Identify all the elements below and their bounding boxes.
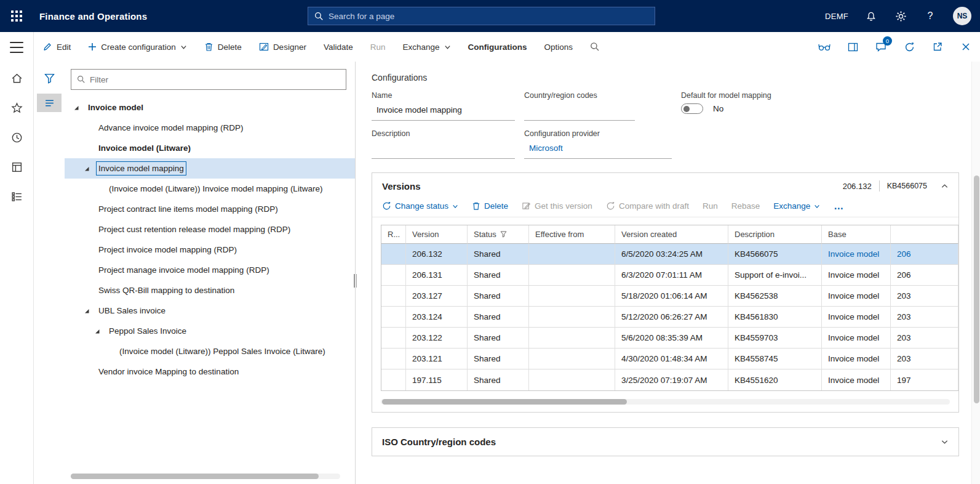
- nav-expand-button[interactable]: [10, 42, 23, 53]
- tree-item[interactable]: Peppol Sales Invoice: [65, 321, 355, 341]
- app-launcher-button[interactable]: [0, 0, 33, 32]
- col-status[interactable]: Status: [468, 225, 529, 244]
- scrollbar-thumb[interactable]: [974, 175, 979, 403]
- versions-collapse-button[interactable]: [941, 182, 949, 190]
- nav-modules-button[interactable]: [10, 190, 23, 203]
- default-mapping-toggle[interactable]: [681, 103, 703, 114]
- tree-item[interactable]: Project cust retention release model map…: [65, 219, 355, 240]
- actionbar-search-button[interactable]: [590, 42, 600, 52]
- base-cell[interactable]: Invoice model: [822, 265, 891, 286]
- more-options-button[interactable]: …: [834, 203, 844, 209]
- base-cell[interactable]: Invoice model: [822, 328, 891, 349]
- versions-toolbar: Change status Delete Get this version: [372, 199, 958, 217]
- nav-recent-button[interactable]: [10, 131, 23, 144]
- base-cell[interactable]: Invoice model: [822, 369, 891, 390]
- delete-button[interactable]: Delete: [204, 42, 242, 52]
- create-configuration-button[interactable]: Create configuration: [88, 42, 187, 52]
- company-picker[interactable]: DEMF: [825, 12, 848, 21]
- page-search-box[interactable]: [308, 7, 655, 25]
- configurations-tab[interactable]: Configurations: [468, 42, 527, 52]
- col-base-version[interactable]: [891, 225, 958, 244]
- close-page-button[interactable]: [959, 40, 973, 54]
- tree-item[interactable]: Project invoice model mapping (RDP): [65, 240, 355, 260]
- tree-item[interactable]: Invoice model mapping: [65, 158, 355, 179]
- col-base[interactable]: Base: [822, 225, 891, 244]
- accessibility-checker-button[interactable]: [818, 40, 831, 54]
- run-button[interactable]: Run: [370, 42, 386, 52]
- col-version[interactable]: Version: [406, 225, 468, 244]
- rebase-button[interactable]: Rebase: [731, 201, 760, 211]
- version-delete-button[interactable]: Delete: [472, 201, 508, 211]
- expanded-triangle-icon[interactable]: [84, 308, 98, 314]
- name-value[interactable]: Invoice model mapping: [372, 103, 515, 121]
- settings-button[interactable]: [894, 9, 907, 23]
- tree-item[interactable]: (Invoice model (Litware)) Invoice model …: [65, 179, 355, 199]
- tree-filter-input[interactable]: [90, 75, 340, 84]
- description-value[interactable]: [372, 142, 515, 159]
- tree-item[interactable]: Advance invoice model mapping (RDP): [65, 118, 355, 138]
- change-status-button[interactable]: Change status: [382, 201, 458, 211]
- col-version-created[interactable]: Version created: [615, 225, 728, 244]
- page-search-input[interactable]: [329, 12, 648, 21]
- version-exchange-button[interactable]: Exchange: [773, 201, 820, 211]
- col-description[interactable]: Description: [728, 225, 822, 244]
- version-row[interactable]: 206.132Shared6/5/2020 03:24:25 AMKB45660…: [381, 244, 958, 265]
- col-effective-from[interactable]: Effective from: [529, 225, 615, 244]
- expanded-triangle-icon[interactable]: [84, 166, 98, 172]
- edit-button[interactable]: Edit: [42, 42, 71, 52]
- scrollbar-thumb[interactable]: [382, 399, 627, 405]
- tree-filter-button[interactable]: [37, 69, 62, 87]
- options-tab[interactable]: Options: [544, 42, 573, 52]
- notifications-button[interactable]: [864, 9, 878, 23]
- tree-item[interactable]: Swiss QR-Bill mapping to destination: [65, 280, 355, 300]
- base-cell[interactable]: Invoice model: [822, 349, 891, 369]
- tree-filter-box[interactable]: [71, 69, 346, 90]
- version-row[interactable]: 197.115Shared3/25/2020 07:19:07 AMKB4551…: [381, 369, 958, 390]
- tree-horizontal-scrollbar[interactable]: [71, 474, 340, 479]
- task-panel-button[interactable]: [846, 40, 859, 54]
- tree-item[interactable]: Vendor invoice Mapping to destination: [65, 361, 355, 382]
- splitter-handle[interactable]: [353, 274, 357, 288]
- tree-view-toggle-button[interactable]: [37, 94, 62, 112]
- version-row[interactable]: 203.127Shared5/18/2020 01:06:14 AMKB4562…: [381, 286, 958, 307]
- country-codes-value[interactable]: [524, 103, 635, 121]
- messages-button[interactable]: 0: [874, 40, 888, 54]
- tree-item[interactable]: Invoice model: [65, 97, 355, 118]
- tree-item[interactable]: Project contract line items model mappin…: [65, 199, 355, 219]
- scrollbar-thumb[interactable]: [71, 474, 319, 479]
- page-vertical-scrollbar[interactable]: [971, 62, 980, 484]
- version-row[interactable]: 203.122Shared5/6/2020 08:35:39 AMKB45597…: [381, 328, 958, 349]
- refresh-button[interactable]: [902, 40, 916, 54]
- iso-card-header[interactable]: ISO Country/region codes: [372, 428, 958, 456]
- validate-button[interactable]: Validate: [324, 42, 353, 52]
- version-run-button[interactable]: Run: [703, 201, 718, 211]
- col-row-selector[interactable]: R...: [381, 225, 406, 244]
- tree-item[interactable]: UBL Sales invoice: [65, 300, 355, 321]
- user-avatar[interactable]: NS: [953, 7, 971, 25]
- iso-expand-button[interactable]: [941, 438, 949, 446]
- nav-home-button[interactable]: [10, 71, 23, 85]
- expanded-triangle-icon[interactable]: [73, 105, 88, 111]
- base-cell[interactable]: Invoice model: [822, 307, 891, 328]
- versions-horizontal-scrollbar[interactable]: [381, 399, 950, 405]
- tree-item[interactable]: Invoice model (Litware): [65, 138, 355, 158]
- open-in-new-window-button[interactable]: [931, 40, 944, 54]
- provider-value-link[interactable]: Microsoft: [524, 142, 672, 159]
- tree: Invoice modelAdvance invoice model mappi…: [65, 97, 355, 382]
- help-button[interactable]: ?: [923, 9, 937, 23]
- action-bar: Edit Create configuration Delete Designe…: [34, 32, 980, 62]
- tree-item[interactable]: Project manage invoice model mapping (RD…: [65, 260, 355, 280]
- base-cell[interactable]: Invoice model: [822, 286, 891, 307]
- version-row[interactable]: 203.121Shared4/30/2020 01:48:34 AMKB4558…: [381, 349, 958, 369]
- designer-button[interactable]: Designer: [259, 42, 306, 52]
- get-this-version-button[interactable]: Get this version: [522, 201, 592, 211]
- nav-workspaces-button[interactable]: [10, 160, 23, 174]
- tree-item[interactable]: (Invoice model (Litware)) Peppol Sales I…: [65, 341, 355, 361]
- base-cell[interactable]: Invoice model: [822, 244, 891, 265]
- compare-with-draft-button[interactable]: Compare with draft: [606, 201, 689, 211]
- nav-favorites-button[interactable]: [10, 101, 23, 115]
- version-row[interactable]: 206.131Shared6/3/2020 07:01:11 AMSupport…: [381, 265, 958, 286]
- exchange-menu-button[interactable]: Exchange: [402, 42, 450, 52]
- version-row[interactable]: 203.124Shared5/12/2020 06:26:27 AMKB4561…: [381, 307, 958, 328]
- expanded-triangle-icon[interactable]: [94, 328, 109, 334]
